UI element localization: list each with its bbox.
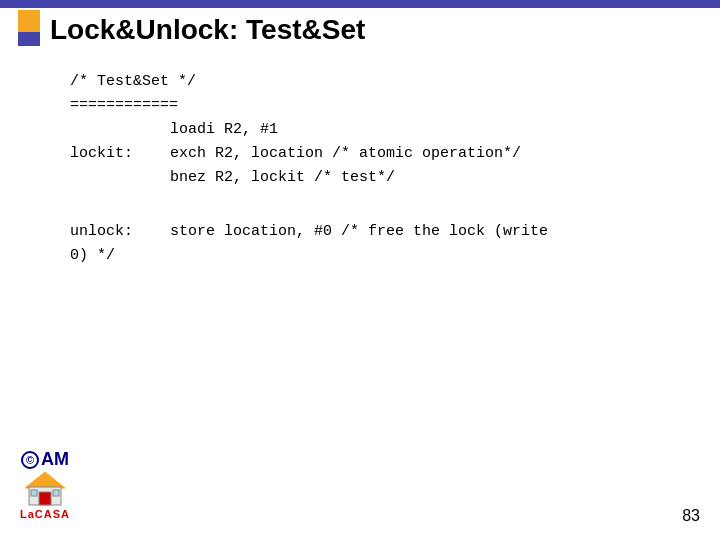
exch-instruction: exch R2, location /* atomic operation*/ bbox=[170, 142, 521, 166]
bottom-logo: © AM LaCASA bbox=[20, 449, 70, 520]
main-content: /* Test&Set */ ============ loadi R2, #1… bbox=[70, 70, 700, 268]
code-block: /* Test&Set */ ============ loadi R2, #1… bbox=[70, 70, 700, 268]
svg-rect-2 bbox=[39, 492, 51, 505]
comment-text: /* Test&Set */ bbox=[70, 70, 196, 94]
svg-rect-3 bbox=[31, 490, 37, 496]
left-decoration bbox=[18, 10, 40, 46]
unlock-label: unlock: 0) */ bbox=[70, 220, 170, 268]
page-number: 83 bbox=[682, 507, 700, 525]
store-instruction: store location, #0 /* free the lock (wri… bbox=[170, 220, 548, 244]
loadi-line: loadi R2, #1 bbox=[70, 118, 700, 142]
la-casa-label: LaCASA bbox=[20, 508, 70, 520]
bnez-instruction: bnez R2, lockit /* test*/ bbox=[170, 166, 395, 190]
deco-blue-bar bbox=[18, 32, 40, 46]
bnez-line: bnez R2, lockit /* test*/ bbox=[70, 166, 700, 190]
unlock-line: unlock: 0) */ store location, #0 /* free… bbox=[70, 220, 700, 268]
house-icon bbox=[23, 470, 67, 508]
code-separator-line: ============ bbox=[70, 94, 700, 118]
copyright-circle: © bbox=[21, 451, 39, 469]
svg-rect-4 bbox=[53, 490, 59, 496]
brand-text: AM bbox=[41, 449, 69, 470]
page-title: Lock&Unlock: Test&Set bbox=[50, 14, 365, 46]
lockit-label: lockit: bbox=[70, 142, 170, 166]
svg-marker-0 bbox=[25, 472, 65, 488]
top-accent-bar bbox=[0, 0, 720, 8]
logo-brand: © AM bbox=[21, 449, 69, 470]
deco-orange-square bbox=[18, 10, 40, 32]
exch-line: lockit: exch R2, location /* atomic oper… bbox=[70, 142, 700, 166]
code-comment-line: /* Test&Set */ bbox=[70, 70, 700, 94]
loadi-instruction: loadi R2, #1 bbox=[170, 118, 278, 142]
separator-text: ============ bbox=[70, 94, 178, 118]
unlock-section: unlock: 0) */ store location, #0 /* free… bbox=[70, 220, 700, 268]
